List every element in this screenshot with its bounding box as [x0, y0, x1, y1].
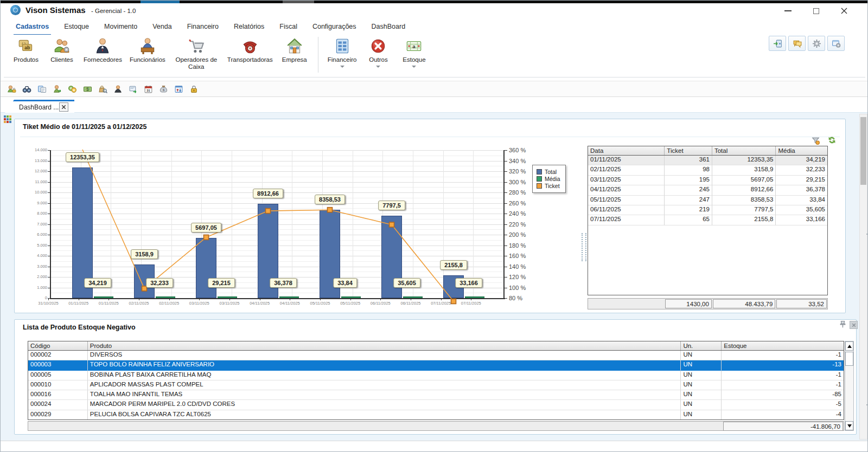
quick-toolbar: $31$ [1, 81, 867, 97]
legend-swatch [537, 176, 542, 182]
stats-icon[interactable] [172, 83, 185, 95]
close-button[interactable] [837, 4, 851, 17]
menu-financeiro[interactable]: Financeiro [180, 20, 226, 34]
negative-stock-table: CódigoProdutoUn.Estoque000002DIVERSOSUN-… [28, 341, 844, 420]
lock-icon[interactable] [187, 83, 200, 95]
user-go-icon[interactable] [50, 83, 63, 95]
dashboard-grid-icon[interactable] [4, 115, 12, 124]
total-ticket: 1430,00 [665, 299, 712, 308]
cell-ticket: 98 [665, 165, 712, 175]
product-row[interactable]: 000024MARCADOR PERM MARIPEL 2.0 CD/DVD C… [28, 400, 844, 410]
product-row[interactable]: 000016TOALHA MAO INFANTIL TEMASUN-85 [28, 390, 844, 400]
cell-un: UN [681, 410, 722, 420]
pin-icon[interactable] [838, 320, 847, 329]
stock-panel-close-button[interactable] [850, 321, 858, 329]
cell-ticket: 245 [665, 185, 712, 195]
column-header-data[interactable]: Data [588, 146, 665, 155]
window-settings-button[interactable] [827, 36, 845, 51]
table-row[interactable]: 02/11/2025983158,932,233 [588, 165, 827, 175]
ribbon-button-transportadoras[interactable]: Transportadoras [224, 36, 277, 64]
product-row[interactable]: 000003TOPO BOLO RAINHA FELIZ ANIVERSARIO… [28, 360, 844, 370]
column-header-codigo[interactable]: Código [28, 341, 88, 350]
user-dark-icon[interactable] [111, 83, 124, 95]
money-bag-icon[interactable]: $ [157, 83, 170, 95]
product-row[interactable]: 000029PELUCIA BOLSA CAPIVARA TZC ALT0625… [28, 410, 844, 420]
user-lock-icon[interactable] [5, 83, 18, 95]
window-bottom-edge [1, 441, 867, 441]
product-row[interactable]: 000010APLICADOR MASSAS PLAST COMPELUN-1 [28, 380, 844, 390]
minimize-button[interactable] [781, 4, 795, 17]
ribbon-button-produtos[interactable]: ( )abProdutos [8, 36, 44, 64]
scroll-down-button[interactable] [845, 421, 853, 430]
cell-total: 5697,05 [712, 176, 776, 185]
grid-dot [4, 121, 6, 123]
settings-button[interactable] [808, 36, 825, 51]
menu-configuracoes[interactable]: Configurações [305, 20, 364, 34]
cell-data: 01/11/2025 [588, 156, 665, 165]
cell-data: 02/11/2025 [588, 165, 665, 175]
tab-close-button[interactable] [59, 102, 68, 112]
binoculars-icon[interactable] [20, 83, 33, 95]
cell-data: 06/11/2025 [588, 205, 665, 215]
scroll-up-button[interactable] [845, 341, 853, 351]
ribbon-button-outros[interactable]: Outros [360, 36, 396, 69]
feedback-button[interactable] [788, 36, 806, 51]
cell-produto: APLICADOR MASSAS PLAST COMPEL [88, 380, 681, 390]
ribbon-button-funcionarios[interactable]: Funcionários [126, 36, 169, 64]
chevron-down-icon [340, 66, 344, 68]
column-header-produto[interactable]: Produto [88, 341, 681, 350]
maximize-button[interactable] [809, 4, 823, 17]
cell-ticket: 195 [665, 176, 712, 185]
svg-text:a: a [413, 43, 416, 49]
money-icon[interactable]: $ [81, 83, 94, 95]
ribbon-button-estoque[interactable]: aEstoque [396, 36, 432, 69]
ribbon-button-fornecedores[interactable]: Fornecedores [80, 36, 126, 64]
table-row[interactable]: 03/11/20251955697,0529,215 [588, 176, 827, 185]
ribbon-button-financeiro[interactable]: Financeiro [324, 36, 361, 69]
table-row[interactable]: 07/11/2025652155,833,166 [588, 215, 827, 225]
bag-search-icon[interactable] [96, 83, 109, 95]
product-row[interactable]: 000002DIVERSOSUN-1 [28, 351, 844, 360]
menu-movimento[interactable]: Movimento [97, 20, 145, 34]
vertical-scrollbar-thumb[interactable] [860, 117, 866, 185]
ribbon-button-clientes[interactable]: Clientes [44, 36, 80, 64]
table-row[interactable]: 06/11/20252197797,535,605 [588, 205, 827, 215]
scrollbar-thumb[interactable] [845, 352, 853, 366]
card-export-icon[interactable] [126, 83, 139, 95]
refresh-icon[interactable] [827, 135, 837, 145]
cell-media: 29,215 [776, 176, 827, 185]
ribbon-button-empresa[interactable]: Empresa [277, 36, 312, 64]
grid-dot [7, 115, 9, 118]
ribbon-button-operadores-de-caixa[interactable]: Operadores de Caixa [169, 36, 224, 72]
column-header-ticket[interactable]: Ticket [665, 146, 712, 155]
menu-estoque[interactable]: Estoque [56, 20, 97, 34]
table-row[interactable]: 01/11/202536112353,3534,219 [588, 156, 827, 165]
table-row[interactable]: 05/11/20252478358,5333,84 [588, 196, 827, 205]
cell-estoque: -1 [722, 371, 844, 380]
stock-table-scrollbar[interactable] [845, 341, 854, 431]
menu-cadastros[interactable]: Cadastros [8, 20, 56, 34]
menu-fiscal[interactable]: Fiscal [272, 20, 305, 34]
product-row[interactable]: 000005BOBINA PLAST BAIXA CARRETILHA MAQU… [28, 371, 844, 380]
exit-button[interactable] [769, 36, 786, 51]
cell-un: UN [681, 390, 722, 400]
vertical-scrollbar[interactable] [859, 114, 867, 440]
column-header-media[interactable]: Média [776, 146, 827, 155]
legend-item-total: Total [537, 169, 560, 175]
menu-dashboard[interactable]: DashBoard [364, 20, 413, 34]
menu-relatorios[interactable]: Relatórios [226, 20, 272, 34]
column-header-un[interactable]: Un. [681, 341, 722, 350]
notes-icon[interactable] [35, 83, 48, 95]
column-header-estoque[interactable]: Estoque [722, 341, 844, 350]
table-row[interactable]: 04/11/20252458912,6636,378 [588, 185, 827, 195]
app-logo-icon [10, 5, 21, 15]
splitter-handle[interactable] [582, 233, 586, 261]
grid-dot [4, 118, 6, 120]
column-header-total[interactable]: Total [712, 146, 776, 155]
calendar-icon[interactable]: 31 [142, 83, 155, 95]
filter-icon[interactable] [811, 136, 820, 145]
medal-icon[interactable] [66, 83, 79, 95]
menu-venda[interactable]: Venda [145, 20, 179, 34]
tab-close-icon [61, 105, 66, 109]
grid-dot [9, 115, 11, 118]
